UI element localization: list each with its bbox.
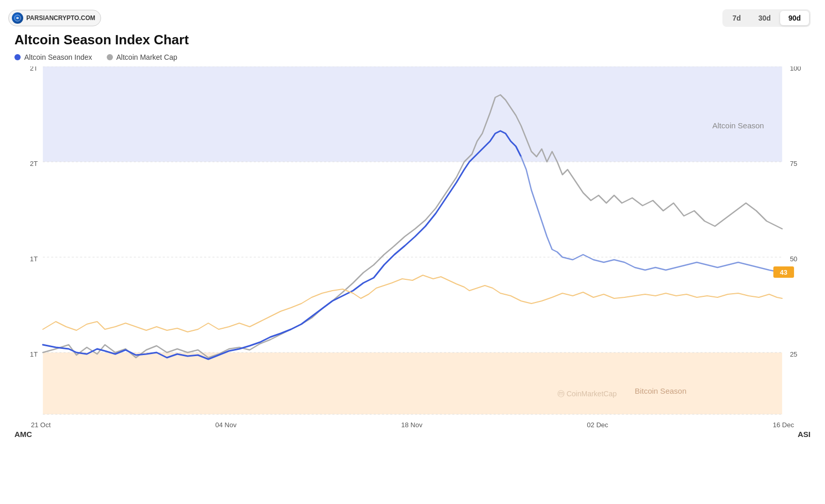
amc-dot: [107, 54, 113, 60]
y-label-1t-bot: 1T: [30, 350, 38, 358]
x-label-oct21: 21 Oct: [31, 421, 51, 429]
legend-asi: Altcoin Season Index: [14, 53, 92, 61]
x-axis: 21 Oct 04 Nov 18 Nov 02 Dec 16 Dec: [0, 417, 825, 429]
page-title: Altcoin Season Index Chart: [14, 32, 811, 48]
logo-icon: [12, 12, 23, 24]
x-label-nov04: 04 Nov: [216, 421, 237, 429]
btn-7d[interactable]: 7d: [724, 11, 749, 25]
asi-orange-line: [43, 275, 782, 332]
current-value-text: 43: [780, 268, 787, 276]
y-label-1t-mid: 1T: [30, 255, 38, 263]
time-range-selector: 7d 30d 90d: [722, 9, 811, 27]
x-label-dec16: 16 Dec: [773, 421, 794, 429]
y-label-2t-top: 2T: [30, 66, 38, 72]
site-name: PARSIANCRYPTO.COM: [26, 14, 95, 22]
btn-90d[interactable]: 90d: [780, 11, 809, 25]
btn-30d[interactable]: 30d: [750, 11, 779, 25]
x-label-nov18: 18 Nov: [401, 421, 422, 429]
altcoin-season-zone: [43, 66, 782, 162]
x-label-dec02: 02 Dec: [587, 421, 608, 429]
left-axis-label: AMC: [14, 430, 32, 439]
asi-label: Altcoin Season Index: [24, 53, 92, 61]
chart-legend: Altcoin Season Index Altcoin Market Cap: [14, 53, 811, 61]
bitcoin-season-label: Bitcoin Season: [635, 387, 686, 395]
axis-ends: AMC ASI: [0, 429, 825, 439]
main-chart-svg: 2T 2T 1T 1T 100 75 50 25 Altcoin Season …: [14, 66, 811, 417]
legend-amc: Altcoin Market Cap: [107, 53, 177, 61]
asi-dot: [14, 54, 21, 60]
y-label-50: 50: [790, 255, 797, 263]
right-axis-label: ASI: [798, 430, 811, 439]
watermark: ⓜ CoinMarketCap: [557, 390, 617, 398]
asi-line-main: [43, 131, 521, 359]
y-label-100: 100: [790, 66, 801, 72]
asi-line-continuation: [521, 157, 782, 273]
y-label-2t-mid: 2T: [30, 160, 38, 167]
altcoin-season-label: Altcoin Season: [713, 121, 764, 130]
amc-label: Altcoin Market Cap: [117, 53, 177, 61]
y-label-75: 75: [790, 160, 797, 167]
site-logo[interactable]: PARSIANCRYPTO.COM: [8, 10, 101, 26]
y-label-25: 25: [790, 350, 797, 358]
chart-area: 2T 2T 1T 1T 100 75 50 25 Altcoin Season …: [14, 66, 811, 417]
bitcoin-season-zone: [43, 352, 782, 414]
